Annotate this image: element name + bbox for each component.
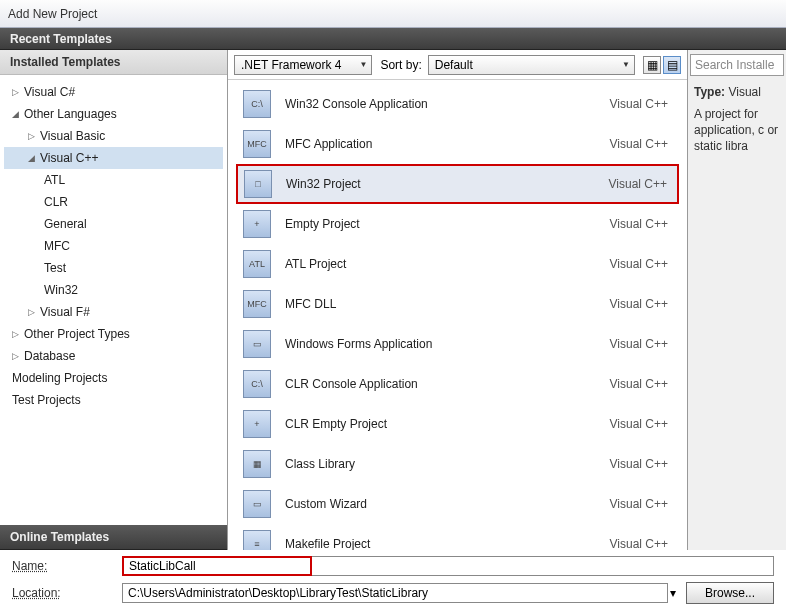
template-lang: Visual C++ <box>610 137 668 151</box>
window-title: Add New Project <box>8 7 97 21</box>
framework-dropdown[interactable]: .NET Framework 4▼ <box>234 55 372 75</box>
template-row[interactable]: MFCMFC ApplicationVisual C++ <box>236 124 679 164</box>
filter-row: .NET Framework 4▼ Sort by: Default▼ ▦ ▤ <box>228 50 687 80</box>
template-icon: ▭ <box>243 490 271 518</box>
template-name: CLR Empty Project <box>285 417 610 431</box>
tree-other-project-types[interactable]: ▷Other Project Types <box>4 323 223 345</box>
template-row[interactable]: ATLATL ProjectVisual C++ <box>236 244 679 284</box>
template-lang: Visual C++ <box>610 417 668 431</box>
template-icon: C:\ <box>243 90 271 118</box>
template-lang: Visual C++ <box>610 217 668 231</box>
search-input[interactable]: Search Installe <box>690 54 784 76</box>
template-row[interactable]: ≡Makefile ProjectVisual C++ <box>236 524 679 550</box>
tree-database[interactable]: ▷Database <box>4 345 223 367</box>
template-lang: Visual C++ <box>610 297 668 311</box>
tree-test[interactable]: Test <box>4 257 223 279</box>
tree-visual-fsharp[interactable]: ▷Visual F# <box>4 301 223 323</box>
template-icon: □ <box>244 170 272 198</box>
template-lang: Visual C++ <box>610 377 668 391</box>
template-icon: C:\ <box>243 370 271 398</box>
tree-modeling[interactable]: Modeling Projects <box>4 367 223 389</box>
recent-templates-header[interactable]: Recent Templates <box>0 28 786 50</box>
template-row[interactable]: ▦Class LibraryVisual C++ <box>236 444 679 484</box>
template-row[interactable]: ▭Windows Forms ApplicationVisual C++ <box>236 324 679 364</box>
template-name: Win32 Project <box>286 177 609 191</box>
template-row[interactable]: +Empty ProjectVisual C++ <box>236 204 679 244</box>
browse-button[interactable]: Browse... <box>686 582 774 604</box>
collapse-icon: ◢ <box>12 105 22 123</box>
right-panel: Search Installe Type: Visual A project f… <box>688 50 786 550</box>
bottom-form: Name: Location: ▾ Browse... <box>0 550 786 604</box>
template-row[interactable]: MFCMFC DLLVisual C++ <box>236 284 679 324</box>
name-input[interactable] <box>122 556 312 576</box>
template-name: MFC DLL <box>285 297 610 311</box>
sort-label: Sort by: <box>380 58 421 72</box>
template-name: Empty Project <box>285 217 610 231</box>
template-list[interactable]: C:\Win32 Console ApplicationVisual C++MF… <box>228 80 687 550</box>
template-row[interactable]: C:\CLR Console ApplicationVisual C++ <box>236 364 679 404</box>
window-titlebar: Add New Project <box>0 0 786 28</box>
template-row[interactable]: □Win32 ProjectVisual C++ <box>236 164 679 204</box>
chevron-down-icon: ▼ <box>622 60 630 69</box>
expand-icon: ▷ <box>12 347 22 365</box>
chevron-down-icon: ▼ <box>359 60 367 69</box>
tree-test-projects[interactable]: Test Projects <box>4 389 223 411</box>
template-name: CLR Console Application <box>285 377 610 391</box>
tree-visual-basic[interactable]: ▷Visual Basic <box>4 125 223 147</box>
expand-icon: ▷ <box>12 83 22 101</box>
view-large-icons-button[interactable]: ▤ <box>663 56 681 74</box>
template-icon: ▭ <box>243 330 271 358</box>
name-input-ext[interactable] <box>312 556 774 576</box>
template-icon: ≡ <box>243 530 271 550</box>
left-panel: Installed Templates ▷Visual C# ◢Other La… <box>0 50 228 550</box>
type-label: Type: <box>694 85 725 99</box>
template-icon: + <box>243 210 271 238</box>
location-input[interactable] <box>122 583 668 603</box>
template-name: Makefile Project <box>285 537 610 550</box>
template-lang: Visual C++ <box>610 457 668 471</box>
template-name: MFC Application <box>285 137 610 151</box>
template-row[interactable]: ▭Custom WizardVisual C++ <box>236 484 679 524</box>
tree-win32[interactable]: Win32 <box>4 279 223 301</box>
template-tree: ▷Visual C# ◢Other Languages ▷Visual Basi… <box>0 75 227 525</box>
template-icon: MFC <box>243 290 271 318</box>
template-lang: Visual C++ <box>610 337 668 351</box>
type-value: Visual <box>728 85 760 99</box>
template-icon: + <box>243 410 271 438</box>
tree-mfc[interactable]: MFC <box>4 235 223 257</box>
template-name: Class Library <box>285 457 610 471</box>
sort-dropdown[interactable]: Default▼ <box>428 55 635 75</box>
template-lang: Visual C++ <box>610 537 668 550</box>
location-label: Location: <box>12 586 122 600</box>
template-name: Windows Forms Application <box>285 337 610 351</box>
template-lang: Visual C++ <box>610 97 668 111</box>
description-box: Type: Visual A project for application, … <box>688 76 786 162</box>
installed-templates-header[interactable]: Installed Templates <box>0 50 227 75</box>
tree-clr[interactable]: CLR <box>4 191 223 213</box>
tree-atl[interactable]: ATL <box>4 169 223 191</box>
template-name: ATL Project <box>285 257 610 271</box>
grid-small-icon: ▦ <box>647 58 658 72</box>
name-label: Name: <box>12 559 122 573</box>
tree-general[interactable]: General <box>4 213 223 235</box>
template-lang: Visual C++ <box>609 177 667 191</box>
template-icon: MFC <box>243 130 271 158</box>
view-small-icons-button[interactable]: ▦ <box>643 56 661 74</box>
center-panel: .NET Framework 4▼ Sort by: Default▼ ▦ ▤ … <box>228 50 688 550</box>
template-name: Win32 Console Application <box>285 97 610 111</box>
template-row[interactable]: C:\Win32 Console ApplicationVisual C++ <box>236 84 679 124</box>
tree-other-languages[interactable]: ◢Other Languages <box>4 103 223 125</box>
description-text: A project for application, c or static l… <box>694 106 780 154</box>
tree-visual-cpp[interactable]: ◢Visual C++ <box>4 147 223 169</box>
template-icon: ATL <box>243 250 271 278</box>
template-name: Custom Wizard <box>285 497 610 511</box>
expand-icon: ▷ <box>28 127 38 145</box>
tree-visual-csharp[interactable]: ▷Visual C# <box>4 81 223 103</box>
collapse-icon: ◢ <box>28 149 38 167</box>
online-templates-header[interactable]: Online Templates <box>0 525 227 550</box>
expand-icon: ▷ <box>12 325 22 343</box>
template-row[interactable]: +CLR Empty ProjectVisual C++ <box>236 404 679 444</box>
expand-icon: ▷ <box>28 303 38 321</box>
chevron-down-icon[interactable]: ▾ <box>670 586 676 600</box>
template-lang: Visual C++ <box>610 497 668 511</box>
